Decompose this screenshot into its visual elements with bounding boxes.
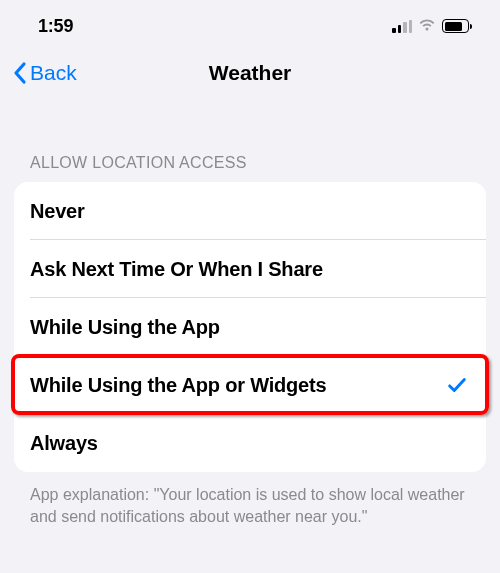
section-header: ALLOW LOCATION ACCESS xyxy=(0,102,500,182)
battery-icon xyxy=(442,19,472,33)
option-label: While Using the App xyxy=(30,316,220,339)
option-while-using-app-or-widgets[interactable]: While Using the App or Widgets xyxy=(14,356,486,414)
status-bar: 1:59 xyxy=(0,0,500,46)
option-never[interactable]: Never xyxy=(14,182,486,240)
status-time: 1:59 xyxy=(38,16,73,37)
navigation-bar: Back Weather xyxy=(0,46,500,102)
option-always[interactable]: Always xyxy=(14,414,486,472)
option-label: Always xyxy=(30,432,98,455)
option-while-using-app[interactable]: While Using the App xyxy=(14,298,486,356)
option-label: Ask Next Time Or When I Share xyxy=(30,258,323,281)
chevron-back-icon xyxy=(12,61,28,85)
checkmark-icon xyxy=(446,374,468,396)
cellular-signal-icon xyxy=(392,20,412,33)
option-label: Never xyxy=(30,200,85,223)
option-label: While Using the App or Widgets xyxy=(30,374,326,397)
back-label: Back xyxy=(30,61,77,85)
status-icons xyxy=(392,17,472,35)
option-ask-next-time[interactable]: Ask Next Time Or When I Share xyxy=(14,240,486,298)
back-button[interactable]: Back xyxy=(12,61,77,85)
wifi-icon xyxy=(418,17,436,35)
section-footer: App explanation: "Your location is used … xyxy=(0,472,500,527)
location-access-list: Never Ask Next Time Or When I Share Whil… xyxy=(14,182,486,472)
page-title: Weather xyxy=(209,61,291,85)
